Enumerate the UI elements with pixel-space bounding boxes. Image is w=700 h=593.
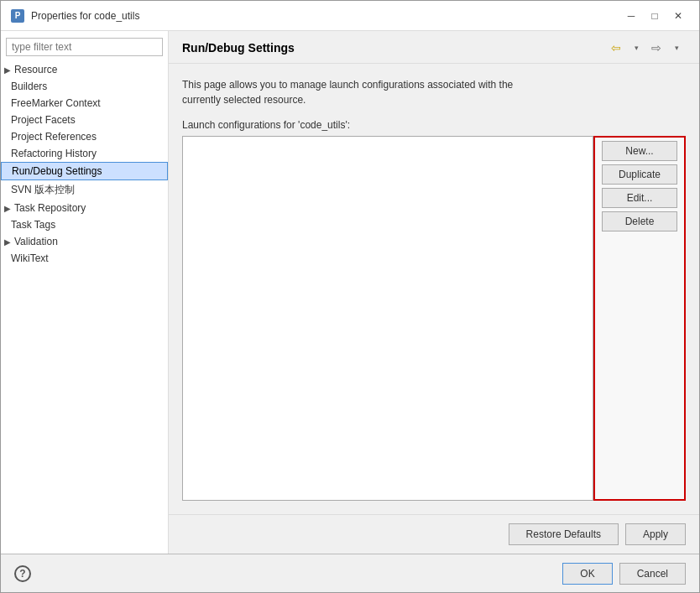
window-icon: P: [11, 9, 24, 23]
sidebar-item-builders[interactable]: Builders: [1, 78, 168, 95]
main-content: ▶ Resource Builders FreeMarker Context P…: [1, 31, 699, 554]
description: This page allows you to manage launch co…: [182, 77, 686, 107]
back-icon: ⇦: [611, 41, 621, 55]
right-panel: Run/Debug Settings ⇦ ▾ ⇨ ▾: [169, 31, 699, 554]
minimize-button[interactable]: ─: [620, 8, 642, 24]
new-button[interactable]: New...: [602, 141, 677, 161]
bottom-buttons: Restore Defaults Apply: [169, 514, 699, 554]
dropdown-icon2: ▾: [675, 44, 679, 52]
help-button[interactable]: ?: [14, 565, 31, 582]
forward-button[interactable]: ⇨: [647, 39, 666, 56]
filter-input[interactable]: [6, 38, 163, 56]
sidebar-item-project-facets[interactable]: Project Facets: [1, 112, 168, 128]
config-list: [182, 136, 593, 501]
sidebar-item-refactoring[interactable]: Refactoring History: [1, 145, 168, 162]
properties-dialog: P Properties for code_utils ─ □ ✕ ▶ Reso…: [0, 0, 700, 593]
title-bar: P Properties for code_utils ─ □ ✕: [1, 1, 699, 31]
apply-button[interactable]: Apply: [625, 523, 686, 545]
sidebar-item-validation[interactable]: ▶ Validation: [1, 233, 168, 250]
sidebar-item-task-tags[interactable]: Task Tags: [1, 216, 168, 233]
title-bar-left: P Properties for code_utils: [11, 9, 139, 23]
edit-button[interactable]: Edit...: [602, 188, 677, 208]
sidebar-item-resource[interactable]: ▶ Resource: [1, 61, 168, 78]
arrow-icon: ▶: [4, 65, 11, 75]
sidebar: ▶ Resource Builders FreeMarker Context P…: [1, 31, 169, 554]
back-button[interactable]: ⇦: [607, 39, 625, 56]
title-controls: ─ □ ✕: [620, 8, 689, 24]
config-buttons: New... Duplicate Edit... Delete: [593, 136, 686, 501]
close-button[interactable]: ✕: [667, 8, 689, 24]
footer-left: ?: [14, 565, 31, 582]
arrow-icon-task: ▶: [4, 204, 11, 213]
sidebar-item-run-debug[interactable]: Run/Debug Settings: [1, 162, 168, 180]
forward-dropdown[interactable]: ▾: [667, 39, 686, 56]
ok-button[interactable]: OK: [562, 563, 612, 585]
panel-header: Run/Debug Settings ⇦ ▾ ⇨ ▾: [169, 31, 699, 64]
sidebar-item-project-references[interactable]: Project References: [1, 128, 168, 145]
arrow-icon-validation: ▶: [4, 237, 11, 247]
sidebar-item-wikitext[interactable]: WikiText: [1, 250, 168, 267]
panel-body: This page allows you to manage launch co…: [169, 64, 699, 514]
window-title: Properties for code_utils: [31, 10, 139, 22]
panel-toolbar: ⇦ ▾ ⇨ ▾: [607, 39, 686, 56]
cancel-button[interactable]: Cancel: [619, 563, 686, 585]
dropdown-icon: ▾: [635, 44, 639, 52]
forward-icon: ⇨: [651, 41, 661, 55]
sidebar-item-svn[interactable]: SVN 版本控制: [1, 180, 168, 200]
footer-right: OK Cancel: [562, 563, 686, 585]
sidebar-item-task-repository[interactable]: ▶ Task Repository: [1, 200, 168, 216]
panel-title: Run/Debug Settings: [182, 41, 295, 55]
sidebar-item-freemarker[interactable]: FreeMarker Context: [1, 95, 168, 112]
nav-section: ▶ Resource Builders FreeMarker Context P…: [1, 61, 168, 267]
footer: ? OK Cancel: [1, 554, 699, 592]
delete-button[interactable]: Delete: [602, 211, 677, 231]
back-dropdown[interactable]: ▾: [627, 39, 645, 56]
restore-defaults-button[interactable]: Restore Defaults: [509, 523, 619, 545]
launch-config-label: Launch configurations for 'code_utils':: [182, 119, 686, 131]
maximize-button[interactable]: □: [644, 8, 666, 24]
duplicate-button[interactable]: Duplicate: [602, 164, 677, 185]
launch-config-area: New... Duplicate Edit... Delete: [182, 136, 686, 501]
